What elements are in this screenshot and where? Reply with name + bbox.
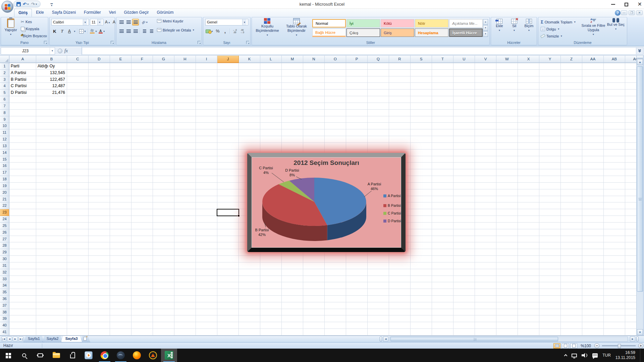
cell-B37[interactable] bbox=[36, 302, 67, 309]
cell-AA38[interactable] bbox=[582, 309, 604, 316]
cell-M32[interactable] bbox=[282, 269, 303, 276]
column-header-G[interactable]: G bbox=[153, 56, 174, 63]
cell-D22[interactable] bbox=[89, 202, 110, 209]
row-header-26[interactable]: 26 bbox=[0, 229, 9, 236]
show-desktop-button[interactable] bbox=[640, 349, 641, 362]
cell-X32[interactable] bbox=[518, 269, 539, 276]
cell-AC16[interactable] bbox=[625, 163, 636, 169]
cell-H28[interactable] bbox=[174, 242, 196, 249]
style-normal[interactable]: Normal bbox=[312, 19, 346, 27]
cell-AC23[interactable] bbox=[625, 209, 636, 216]
cell-I23[interactable] bbox=[196, 209, 217, 216]
cell-AB5[interactable] bbox=[604, 89, 625, 96]
cell-Z35[interactable] bbox=[561, 289, 582, 296]
cell-F14[interactable] bbox=[131, 149, 153, 156]
cell-H17[interactable] bbox=[174, 169, 196, 176]
first-sheet-icon[interactable]: |◄ bbox=[1, 337, 6, 342]
cell-O3[interactable] bbox=[325, 76, 346, 83]
cell-C8[interactable] bbox=[67, 110, 89, 116]
cell-Z6[interactable] bbox=[561, 96, 582, 103]
pie-chart[interactable]: 2012 Seçim Sonuçları C Partisi4% D Parti… bbox=[247, 153, 406, 252]
column-header-L[interactable]: L bbox=[260, 56, 282, 63]
cell-E39[interactable] bbox=[110, 315, 131, 322]
cell-K38[interactable] bbox=[239, 309, 260, 316]
cell-A10[interactable] bbox=[9, 123, 36, 129]
cell-T5[interactable] bbox=[432, 89, 453, 96]
cell-V22[interactable] bbox=[475, 202, 496, 209]
column-header-F[interactable]: F bbox=[131, 56, 153, 63]
cell-Z17[interactable] bbox=[561, 169, 582, 176]
cell-I21[interactable] bbox=[196, 196, 217, 203]
bold-button[interactable]: K bbox=[51, 28, 58, 35]
cell-AC2[interactable] bbox=[625, 70, 636, 76]
undo-button[interactable]: ↶▼ bbox=[23, 2, 29, 6]
cell-L38[interactable] bbox=[260, 309, 282, 316]
cell-T33[interactable] bbox=[432, 276, 453, 283]
column-header-K[interactable]: K bbox=[239, 56, 260, 63]
cell-V31[interactable] bbox=[475, 262, 496, 269]
taskbar-search-button[interactable] bbox=[16, 349, 32, 362]
cell-Y12[interactable] bbox=[539, 136, 561, 143]
cell-H21[interactable] bbox=[174, 196, 196, 203]
cell-G7[interactable] bbox=[153, 103, 174, 110]
cell-V23[interactable] bbox=[475, 209, 496, 216]
cell-U38[interactable] bbox=[453, 309, 475, 316]
cell-B10[interactable] bbox=[36, 123, 67, 129]
cell-S7[interactable] bbox=[411, 103, 432, 110]
cell-U27[interactable] bbox=[453, 236, 475, 243]
cell-U15[interactable] bbox=[453, 156, 475, 163]
cell-H30[interactable] bbox=[174, 256, 196, 262]
cell-D3[interactable] bbox=[89, 76, 110, 83]
cell-S24[interactable] bbox=[411, 216, 432, 223]
percent-style-button[interactable]: % bbox=[214, 28, 221, 35]
row-header-1[interactable]: 1 bbox=[0, 63, 9, 70]
cell-F21[interactable] bbox=[131, 196, 153, 203]
cell-S28[interactable] bbox=[411, 242, 432, 249]
column-header-R[interactable]: R bbox=[389, 56, 411, 63]
cell-R36[interactable] bbox=[389, 296, 411, 302]
cell-T11[interactable] bbox=[432, 129, 453, 136]
cell-P37[interactable] bbox=[346, 302, 368, 309]
cell-Y1[interactable] bbox=[539, 63, 561, 70]
cell-C30[interactable] bbox=[67, 256, 89, 262]
cell-I37[interactable] bbox=[196, 302, 217, 309]
cell-C5[interactable] bbox=[67, 89, 89, 96]
cell-J3[interactable] bbox=[217, 76, 239, 83]
cell-L35[interactable] bbox=[260, 289, 282, 296]
cell-H3[interactable] bbox=[174, 76, 196, 83]
select-all-corner[interactable] bbox=[0, 56, 9, 63]
cell-E1[interactable] bbox=[110, 63, 131, 70]
cell-N4[interactable] bbox=[303, 83, 325, 89]
cell-Q5[interactable] bbox=[368, 89, 389, 96]
cell-W34[interactable] bbox=[496, 282, 518, 289]
cell-T40[interactable] bbox=[432, 322, 453, 329]
cell-J36[interactable] bbox=[217, 296, 239, 302]
cell-AB4[interactable] bbox=[604, 83, 625, 89]
cell-F12[interactable] bbox=[131, 136, 153, 143]
cell-X31[interactable] bbox=[518, 262, 539, 269]
cell-X23[interactable] bbox=[518, 209, 539, 216]
cell-L4[interactable] bbox=[260, 83, 282, 89]
cell-AA13[interactable] bbox=[582, 143, 604, 149]
cell-AA35[interactable] bbox=[582, 289, 604, 296]
cell-D18[interactable] bbox=[89, 176, 110, 183]
cell-D39[interactable] bbox=[89, 315, 110, 322]
cell-V33[interactable] bbox=[475, 276, 496, 283]
cell-F32[interactable] bbox=[131, 269, 153, 276]
cell-L12[interactable] bbox=[260, 136, 282, 143]
column-header-I[interactable]: I bbox=[196, 56, 217, 63]
cell-V36[interactable] bbox=[475, 296, 496, 302]
cell-N7[interactable] bbox=[303, 103, 325, 110]
cell-A24[interactable] bbox=[9, 216, 36, 223]
cell-V40[interactable] bbox=[475, 322, 496, 329]
cell-AB2[interactable] bbox=[604, 70, 625, 76]
cell-N31[interactable] bbox=[303, 262, 325, 269]
cell-C20[interactable] bbox=[67, 189, 89, 196]
cell-A30[interactable] bbox=[9, 256, 36, 262]
cell-O40[interactable] bbox=[325, 322, 346, 329]
cell-S17[interactable] bbox=[411, 169, 432, 176]
cell-T41[interactable] bbox=[432, 329, 453, 336]
cell-B27[interactable] bbox=[36, 236, 67, 243]
cell-G29[interactable] bbox=[153, 249, 174, 256]
number-dialog-launcher-icon[interactable] bbox=[246, 41, 249, 44]
